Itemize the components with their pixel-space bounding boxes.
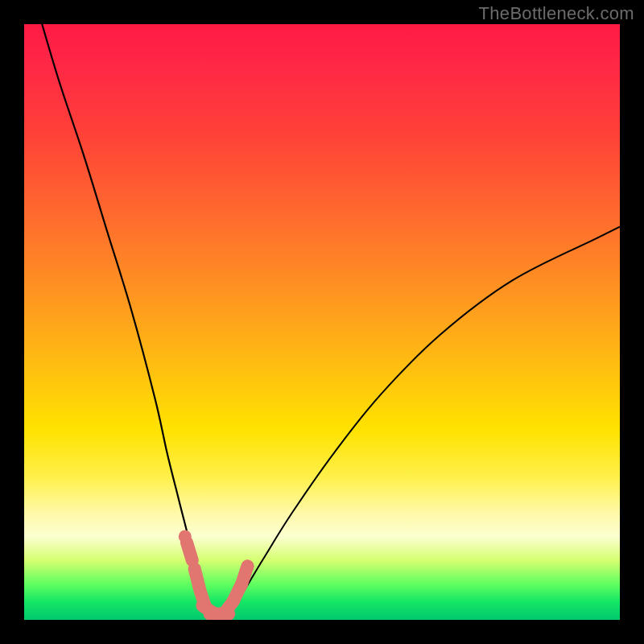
watermark-text: TheBottleneck.com <box>479 3 634 24</box>
chart-frame: TheBottleneck.com <box>0 0 644 644</box>
plot-background <box>24 24 620 620</box>
